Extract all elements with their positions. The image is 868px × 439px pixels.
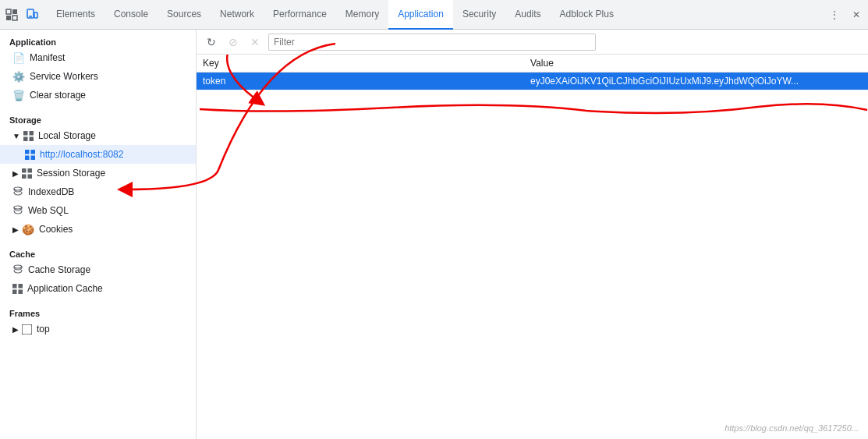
svg-rect-13 <box>25 155 30 160</box>
local-storage-chevron: ▼ <box>12 132 20 140</box>
frames-section: Frames ▶ top <box>0 301 196 342</box>
main-layout: Application 📄 Manifest ⚙️ Service Worker… <box>0 30 868 439</box>
table-row[interactable]: tokeneyJ0eXAiOiJKV1QiLCJhbGciOiJIUzUxMiJ… <box>197 73 868 90</box>
sidebar-item-clear-storage[interactable]: 🗑️ Clear storage <box>0 86 196 104</box>
tab-memory[interactable]: Memory <box>336 0 388 30</box>
svg-rect-25 <box>19 289 23 294</box>
svg-point-20 <box>14 206 22 209</box>
cookies-icon: 🍪 <box>22 224 34 235</box>
clear-storage-icon: 🗑️ <box>12 90 25 101</box>
sidebar-item-top[interactable]: ▶ top <box>0 320 196 338</box>
watermark: https://blog.csdn.net/qq_3617250... <box>725 423 859 433</box>
close-devtools-icon[interactable]: ✕ <box>848 6 865 23</box>
content-area: ↻ ⊘ ✕ Key Value tokeneyJ0eXAiOiJKV1QiLCJ… <box>197 30 868 439</box>
storage-section-header: Storage <box>0 111 196 126</box>
svg-rect-12 <box>31 150 36 154</box>
sidebar-item-cookies[interactable]: ▶ 🍪 Cookies <box>0 220 196 239</box>
tab-performance[interactable]: Performance <box>264 0 336 30</box>
svg-rect-14 <box>31 155 36 160</box>
svg-rect-10 <box>29 136 34 141</box>
application-cache-icon <box>12 284 23 294</box>
indexeddb-icon <box>12 186 23 197</box>
main-tabs: Elements Console Sources Network Perform… <box>47 0 826 30</box>
svg-rect-17 <box>22 174 27 179</box>
storage-table: Key Value tokeneyJ0eXAiOiJKV1QiLCJhbGciO… <box>197 55 868 439</box>
svg-rect-3 <box>12 16 17 20</box>
sidebar-item-service-workers[interactable]: ⚙️ Service Workers <box>0 67 196 86</box>
svg-rect-8 <box>29 131 34 136</box>
sidebar-item-session-storage[interactable]: ▶ Session Storage <box>0 164 196 182</box>
col-value-header: Value <box>524 55 868 73</box>
application-section: Application 📄 Manifest ⚙️ Service Worker… <box>0 30 196 108</box>
svg-rect-22 <box>12 284 17 289</box>
svg-rect-2 <box>6 16 11 20</box>
content-toolbar: ↻ ⊘ ✕ <box>197 30 868 55</box>
svg-rect-15 <box>22 168 27 173</box>
tab-application[interactable]: Application <box>388 0 453 30</box>
svg-rect-9 <box>23 136 28 141</box>
frames-section-header: Frames <box>0 304 196 320</box>
cell-value: eyJ0eXAiOiJKV1QiLCJhbGciOiJIUzUxMiJ9.eyJ… <box>524 73 868 90</box>
sidebar-item-localhost[interactable]: http://localhost:8082 <box>0 145 196 164</box>
sidebar-item-cache-storage[interactable]: Cache Storage <box>0 260 196 279</box>
sidebar-item-indexeddb[interactable]: IndexedDB <box>0 182 196 201</box>
tab-elements[interactable]: Elements <box>47 0 105 30</box>
inspect-icon[interactable] <box>3 6 20 23</box>
tab-network[interactable]: Network <box>211 0 264 30</box>
tab-console[interactable]: Console <box>105 0 158 30</box>
delete-button[interactable]: ✕ <box>246 34 264 51</box>
service-workers-icon: ⚙️ <box>12 71 25 83</box>
session-storage-icon <box>22 168 32 179</box>
storage-section: Storage ▼ Local Storage http://localhost… <box>0 108 196 242</box>
websql-icon <box>12 205 23 216</box>
filter-input[interactable] <box>268 34 596 51</box>
cache-section: Cache Cache Storage Application Cache <box>0 242 196 301</box>
more-tabs-icon[interactable]: ⋮ <box>826 6 843 23</box>
refresh-button[interactable]: ↻ <box>203 34 220 51</box>
svg-rect-1 <box>12 9 17 14</box>
sidebar-item-application-cache[interactable]: Application Cache <box>0 279 196 298</box>
svg-rect-23 <box>19 284 23 289</box>
local-storage-icon <box>23 131 34 141</box>
tab-sources[interactable]: Sources <box>158 0 211 30</box>
svg-rect-26 <box>22 324 32 335</box>
sidebar-item-websql[interactable]: Web SQL <box>0 201 196 220</box>
svg-rect-7 <box>23 131 28 136</box>
top-frame-icon <box>22 324 32 335</box>
block-button[interactable]: ⊘ <box>225 34 242 51</box>
svg-rect-0 <box>6 9 11 14</box>
sidebar: Application 📄 Manifest ⚙️ Service Worker… <box>0 30 197 439</box>
manifest-icon: 📄 <box>12 52 25 64</box>
annotation-underline <box>197 103 867 119</box>
cookies-chevron: ▶ <box>12 225 19 234</box>
sidebar-item-manifest[interactable]: 📄 Manifest <box>0 48 196 67</box>
col-key-header: Key <box>197 55 524 73</box>
sidebar-item-local-storage[interactable]: ▼ Local Storage <box>0 126 196 145</box>
svg-point-21 <box>14 265 22 268</box>
tab-audits[interactable]: Audits <box>505 0 550 30</box>
cache-section-header: Cache <box>0 245 196 260</box>
cell-key: token <box>197 73 524 90</box>
devtools-tabs: Elements Console Sources Network Perform… <box>0 0 868 30</box>
localhost-icon <box>25 150 35 160</box>
application-section-header: Application <box>0 33 196 48</box>
top-chevron: ▶ <box>12 325 19 334</box>
svg-rect-24 <box>12 289 17 294</box>
svg-rect-11 <box>25 150 30 154</box>
cache-storage-icon <box>12 264 23 275</box>
svg-rect-5 <box>34 12 37 18</box>
svg-rect-16 <box>28 168 33 173</box>
svg-rect-18 <box>28 174 33 179</box>
session-storage-chevron: ▶ <box>12 169 19 178</box>
device-icon[interactable] <box>23 6 41 23</box>
tab-adblock[interactable]: Adblock Plus <box>551 0 623 30</box>
tab-security[interactable]: Security <box>453 0 505 30</box>
svg-point-19 <box>14 187 22 190</box>
